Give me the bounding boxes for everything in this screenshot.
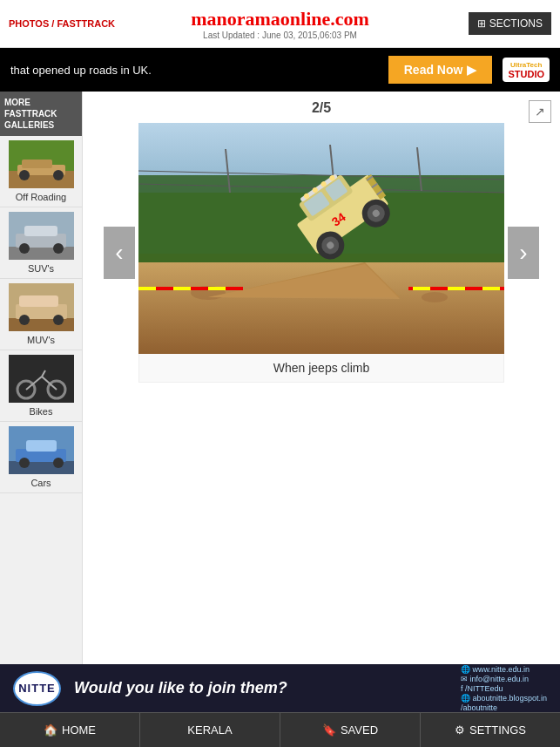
prev-arrow-button[interactable]: ‹ xyxy=(104,227,135,279)
nitte-logo: NITTE xyxy=(13,671,61,706)
share-icon: ↗ xyxy=(535,105,545,119)
nav-home-label: HOME xyxy=(62,723,96,737)
svg-point-10 xyxy=(19,243,30,254)
nitte-logo-text: NITTE xyxy=(18,682,56,695)
bikes-thumb xyxy=(9,355,74,403)
ad-link-twitter: /aboutnitte xyxy=(461,703,547,712)
cars-thumb-image xyxy=(9,426,74,474)
svg-point-29 xyxy=(53,458,64,468)
nav-kerala-label: KERALA xyxy=(187,723,232,737)
ad-link-email: ✉ info@nitte.edu.in xyxy=(461,675,547,683)
muv-thumb-image xyxy=(9,283,74,331)
svg-rect-50 xyxy=(482,287,500,290)
cars-label: Cars xyxy=(4,478,78,488)
last-updated: Last Updated : June 03, 2015,06:03 PM xyxy=(191,31,369,40)
nav-home[interactable]: 🏠 HOME xyxy=(0,713,140,747)
ad-text: Would you like to join them? xyxy=(74,679,448,697)
ad-link-website: 🌐 www.nitte.edu.in xyxy=(461,665,547,674)
nav-saved-label: SAVED xyxy=(341,723,378,737)
svg-rect-27 xyxy=(26,440,57,452)
svg-point-28 xyxy=(19,458,30,468)
svg-rect-46 xyxy=(208,287,226,290)
bikes-thumb-image xyxy=(9,355,74,403)
gallery-counter: 2/5 xyxy=(312,100,331,116)
svg-point-11 xyxy=(53,243,64,254)
svg-point-40 xyxy=(422,292,448,302)
ad-link-blog: 🌐 aboutnitte.blogspot.in xyxy=(461,694,547,703)
svg-rect-15 xyxy=(19,295,58,307)
offroading-thumb-image xyxy=(9,140,74,188)
sections-button[interactable]: ⊞ SECTIONS xyxy=(469,12,551,35)
site-name-part1: manorama xyxy=(191,8,280,30)
content-area: 2/5 ↗ ‹ xyxy=(83,92,560,664)
read-now-button[interactable]: Read Now ▶ xyxy=(388,56,493,84)
svg-point-16 xyxy=(19,315,30,325)
svg-rect-13 xyxy=(9,318,74,331)
breadcrumb-text: PHOTOS / FASTTRACK xyxy=(9,18,115,29)
svg-rect-25 xyxy=(9,461,74,474)
svg-rect-44 xyxy=(138,287,156,290)
grid-icon: ⊞ xyxy=(477,17,486,30)
gallery-caption: When jeeps climb xyxy=(138,354,504,383)
sidebar-item-cars[interactable]: Cars xyxy=(0,422,82,493)
svg-rect-49 xyxy=(448,287,465,290)
bikes-label: Bikes xyxy=(4,406,78,417)
next-arrow-button[interactable]: › xyxy=(508,227,539,279)
promo-logo-top-text: UltraTech xyxy=(510,60,542,69)
nav-kerala[interactable]: KERALA xyxy=(140,713,280,747)
sidebar-item-offroading[interactable]: Off Roading xyxy=(0,136,82,207)
sections-label: SECTIONS xyxy=(489,17,543,30)
ad-links: 🌐 www.nitte.edu.in ✉ info@nitte.edu.in f… xyxy=(461,665,547,712)
main-layout: MORE FASTTRACK GALLERIES Off Roading xyxy=(0,92,560,664)
sidebar-item-muvs[interactable]: MUV's xyxy=(0,279,82,350)
suv-thumb-image xyxy=(9,212,74,260)
gallery-image: 34 xyxy=(138,123,504,354)
site-branding: manoramaonline.com Last Updated : June 0… xyxy=(191,8,369,40)
nav-settings[interactable]: ⚙ SETTINGS xyxy=(421,713,560,747)
suvs-label: SUV's xyxy=(4,263,78,274)
read-now-label: Read Now xyxy=(404,63,463,77)
nav-saved[interactable]: 🔖 SAVED xyxy=(280,713,421,747)
gallery-scene-svg: 34 xyxy=(138,123,504,354)
jeep-scene: 34 xyxy=(138,123,504,354)
muvs-label: MUV's xyxy=(4,335,78,345)
svg-rect-48 xyxy=(413,287,430,290)
nav-settings-label: SETTINGS xyxy=(469,723,526,737)
offroading-thumb xyxy=(9,140,74,188)
home-icon: 🏠 xyxy=(44,723,57,737)
gear-icon: ⚙ xyxy=(455,723,465,737)
muv-thumb xyxy=(9,283,74,331)
cars-thumb xyxy=(9,426,74,474)
ad-link-facebook: f /NITTEedu xyxy=(461,684,547,693)
breadcrumb: PHOTOS / FASTTRACK xyxy=(9,18,115,29)
sidebar-item-suvs[interactable]: SUV's xyxy=(0,207,82,279)
svg-rect-9 xyxy=(24,226,57,236)
arrow-right-icon: ▶ xyxy=(467,63,476,77)
bookmark-icon: 🔖 xyxy=(322,723,336,737)
promo-text: that opened up roads in UK. xyxy=(10,64,388,77)
offroading-label: Off Roading xyxy=(4,192,78,202)
svg-point-4 xyxy=(19,170,30,180)
svg-rect-45 xyxy=(173,287,191,290)
share-button[interactable]: ↗ xyxy=(529,100,551,123)
site-title: manoramaonline.com xyxy=(191,8,369,31)
svg-rect-7 xyxy=(9,247,74,260)
header: PHOTOS / FASTTRACK manoramaonline.com La… xyxy=(0,0,560,48)
promo-bar: that opened up roads in UK. Read Now ▶ U… xyxy=(0,48,560,92)
ultratech-studio-logo: UltraTech STUDIO xyxy=(503,58,550,82)
bottom-nav: 🏠 HOME KERALA 🔖 SAVED ⚙ SETTINGS xyxy=(0,712,560,747)
svg-point-5 xyxy=(53,170,64,180)
promo-logo-bottom-text: STUDIO xyxy=(508,69,544,79)
svg-rect-3 xyxy=(22,160,52,168)
gallery-container: ‹ xyxy=(138,123,504,383)
svg-point-17 xyxy=(53,315,64,325)
site-name-part2: online.com xyxy=(280,8,369,30)
sidebar: MORE FASTTRACK GALLERIES Off Roading xyxy=(0,92,83,664)
suv-thumb xyxy=(9,212,74,260)
sidebar-header: MORE FASTTRACK GALLERIES xyxy=(0,92,82,136)
sidebar-item-bikes[interactable]: Bikes xyxy=(0,350,82,422)
ad-banner: NITTE Would you like to join them? 🌐 www… xyxy=(0,664,560,712)
